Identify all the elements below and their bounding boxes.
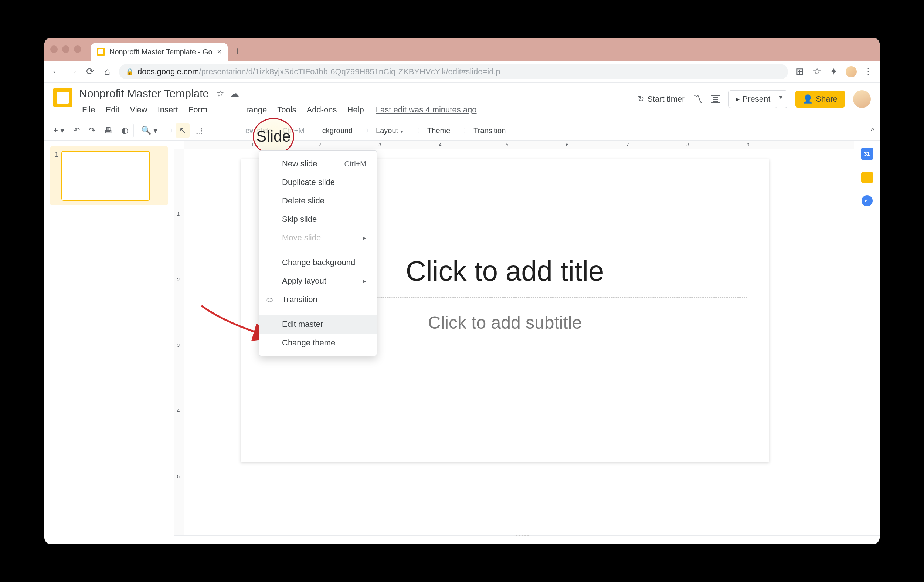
speaker-notes-placeholder: Click to add speaker notes	[184, 544, 280, 545]
menu-file[interactable]: File	[78, 103, 99, 117]
start-timer-button[interactable]: Start timer	[638, 94, 685, 104]
menu-insert[interactable]: Insert	[153, 103, 183, 117]
back-button[interactable]: ←	[51, 66, 61, 77]
notes-resize-handle[interactable]	[516, 535, 538, 537]
transition-icon: ⬭	[266, 296, 273, 304]
star-icon[interactable]: ☆	[216, 88, 224, 99]
menu-help[interactable]: Help	[343, 103, 368, 117]
maximize-window-button[interactable]	[74, 45, 81, 53]
new-slide-tool[interactable]: + ▾	[50, 124, 68, 137]
present-play-icon: ▸	[736, 94, 739, 104]
browser-tab-strip: Nonprofit Master Template - Go × +	[45, 38, 879, 61]
menu-move-slide: Move slide ▸	[259, 228, 377, 247]
slides-favicon	[97, 48, 105, 56]
minimize-window-button[interactable]	[62, 45, 69, 53]
cloud-saved-icon[interactable]: ☁	[230, 88, 239, 99]
theme-menu[interactable]: Theme	[423, 124, 455, 137]
submenu-arrow-icon: ▸	[363, 278, 366, 285]
address-bar[interactable]: 🔒 docs.google.com/presentation/d/1izk8yj…	[119, 64, 788, 79]
menu-skip-slide[interactable]: Skip slide	[259, 210, 377, 228]
speaker-notes[interactable]: Click to add speaker notes	[174, 536, 879, 544]
slide-menu-dropdown: New slide Ctrl+M Duplicate slide Delete …	[259, 150, 377, 356]
slide-number: 1	[55, 151, 58, 201]
calendar-icon[interactable]: 31	[861, 148, 873, 160]
browser-toolbar: ← → ⟳ ⌂ 🔒 docs.google.com/presentation/d…	[45, 61, 879, 83]
browser-tab[interactable]: Nonprofit Master Template - Go ×	[91, 43, 228, 61]
menu-change-background[interactable]: Change background	[259, 253, 377, 272]
redo-tool[interactable]: ↷	[85, 124, 99, 137]
layout-menu[interactable]: Layout▼	[371, 124, 408, 137]
last-edit-link[interactable]: Last edit was 4 minutes ago	[376, 105, 477, 115]
menu-delete-slide[interactable]: Delete slide	[259, 192, 377, 210]
account-avatar[interactable]	[853, 90, 871, 108]
print-tool[interactable]: 🖶	[101, 124, 116, 137]
side-panel: 31	[854, 141, 879, 536]
tasks-icon[interactable]	[861, 195, 873, 206]
keep-icon[interactable]	[861, 172, 873, 184]
menu-tools[interactable]: Tools	[273, 103, 300, 117]
menu-separator	[259, 250, 377, 250]
zoom-tool[interactable]: 🔍 ▾	[137, 124, 161, 137]
menu-duplicate-slide[interactable]: Duplicate slide	[259, 173, 377, 192]
new-slide-label: ew slide	[241, 124, 276, 137]
share-button[interactable]: 👤 Share	[795, 91, 845, 107]
extensions-icon[interactable]: ✦	[828, 66, 839, 77]
url-text: docs.google.com/presentation/d/1izk8yjxS…	[137, 67, 500, 76]
slide-thumbnail-selected[interactable]: 1	[50, 146, 168, 205]
textbox-tool[interactable]: ⬚	[191, 124, 206, 137]
slides-header: Nonprofit Master Template ☆ ☁ File Edit …	[45, 83, 879, 117]
select-tool[interactable]: ↖	[176, 124, 190, 137]
menu-change-theme[interactable]: Change theme	[259, 334, 377, 352]
background-partial[interactable]: ckground	[318, 124, 357, 137]
menubar: File Edit View Insert Form Slide range T…	[78, 103, 632, 117]
vertical-ruler: 1 2 3 4 5	[174, 149, 185, 536]
menu-apply-layout[interactable]: Apply layout ▸	[259, 272, 377, 290]
person-add-icon: 👤	[803, 94, 813, 104]
forward-button[interactable]: →	[68, 66, 78, 77]
horizontal-ruler: 1 2 3 4 5 6 7 8 9	[185, 141, 854, 149]
paint-format-tool[interactable]: ◐	[117, 124, 134, 137]
slides-logo-icon[interactable]	[53, 88, 73, 107]
star-bookmark-icon[interactable]: ☆	[812, 66, 822, 77]
menu-arrange[interactable]: range	[242, 103, 271, 117]
transition-menu[interactable]: Transition	[469, 124, 510, 137]
analytics-icon[interactable]: 〽	[693, 94, 703, 105]
menu-edit-master[interactable]: Edit master	[259, 315, 377, 334]
document-title[interactable]: Nonprofit Master Template	[78, 86, 210, 101]
present-button[interactable]: ▸ Present	[728, 90, 778, 108]
menu-format[interactable]: Form	[184, 103, 212, 117]
reload-button[interactable]: ⟳	[85, 66, 96, 77]
new-tab-button[interactable]: +	[234, 45, 240, 57]
comments-icon[interactable]	[711, 95, 720, 103]
menu-new-slide[interactable]: New slide Ctrl+M	[259, 155, 377, 173]
home-button[interactable]: ⌂	[102, 66, 112, 77]
undo-tool[interactable]: ↶	[69, 124, 84, 137]
menu-transition[interactable]: ⬭ Transition	[259, 290, 377, 309]
profile-avatar[interactable]	[846, 66, 857, 77]
window-controls	[50, 45, 81, 53]
translate-icon[interactable]: ⊞	[795, 66, 805, 77]
toolbar: + ▾ ↶ ↷ 🖶 ◐ 🔍 ▾ ↖ ⬚ ew slide Ctrl+M ckgr…	[45, 121, 879, 141]
submenu-arrow-icon: ▸	[363, 235, 366, 241]
slide-thumbnail[interactable]	[61, 151, 150, 201]
menu-view[interactable]: View	[125, 103, 152, 117]
timer-icon	[638, 94, 644, 104]
collapse-toolbar-icon[interactable]: ^	[871, 126, 874, 135]
menu-separator	[259, 312, 377, 312]
menu-edit[interactable]: Edit	[101, 103, 124, 117]
lock-icon: 🔒	[125, 68, 134, 76]
shortcut-hint: Ctrl+M	[278, 124, 309, 137]
browser-menu-icon[interactable]: ⋮	[863, 66, 873, 77]
present-dropdown[interactable]: ▼	[774, 90, 787, 108]
menu-addons[interactable]: Add-ons	[302, 103, 342, 117]
slide-thumbnails-panel: 1	[45, 141, 174, 536]
tab-title: Nonprofit Master Template - Go	[109, 48, 213, 56]
close-window-button[interactable]	[50, 45, 58, 53]
close-tab-icon[interactable]: ×	[217, 47, 222, 56]
